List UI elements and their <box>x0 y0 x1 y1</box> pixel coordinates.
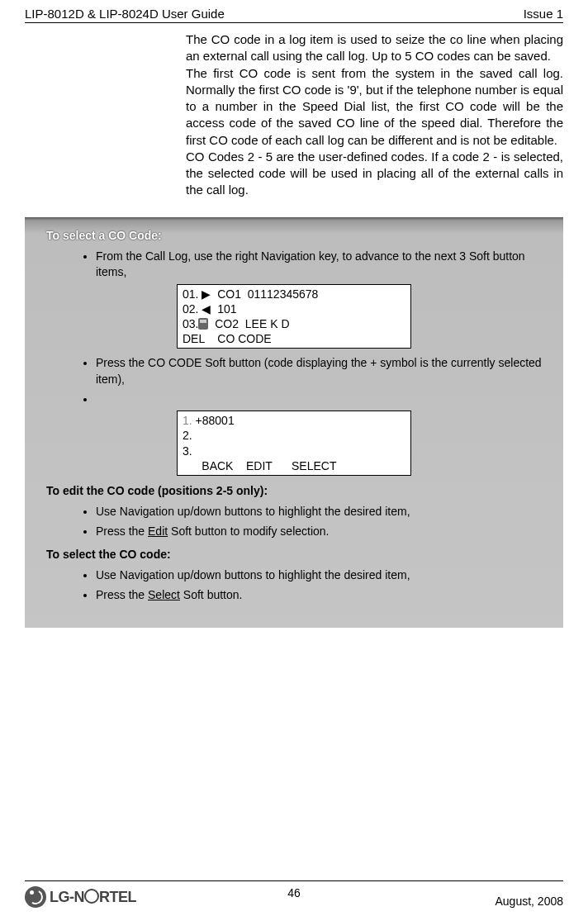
nortel-o-icon <box>84 889 99 904</box>
paragraph-1: The CO code in a log item is used to sei… <box>186 31 563 65</box>
section-head-edit-co-code: To edit the CO code (positions 2-5 only)… <box>46 484 542 497</box>
issue-number: Issue 1 <box>524 7 563 21</box>
lg-logo-icon <box>25 886 46 908</box>
screen1-line1: 01. ▶ CO1 01112345678 <box>183 287 405 301</box>
step-edit-press: Press the Edit Soft button to modify sel… <box>96 524 542 540</box>
cellphone-icon <box>198 318 208 330</box>
step-select-highlight: Use Navigation up/down buttons to highli… <box>96 567 542 584</box>
screen1-line4: DEL CO CODE <box>183 331 405 346</box>
body-paragraphs: The CO code in a log item is used to sei… <box>186 31 563 199</box>
edit-softbutton-label: Edit <box>148 524 168 538</box>
select-softbutton-label: Select <box>148 588 180 601</box>
screen2-line2: 2. <box>183 428 405 443</box>
step-edit-highlight: Use Navigation up/down buttons to highli… <box>96 504 542 520</box>
screen2-line1: 1. +88001 <box>183 413 405 428</box>
footer-date: August, 2008 <box>495 895 563 908</box>
screen2-line4: BACK EDIT SELECT <box>183 458 405 473</box>
paragraph-2: The first CO code is sent from the syste… <box>186 65 563 149</box>
screen2-line3: 3. <box>183 444 405 458</box>
page-footer: LG-NRTEL August, 2008 46 <box>25 880 563 908</box>
step-select-press: Press the Select Soft button. <box>96 587 542 604</box>
lcd-screen-2: 1. +88001 2. 3. BACK EDIT SELECT <box>177 411 411 476</box>
section-head-select-co-code: To select a CO Code: <box>46 229 542 242</box>
page-header: LIP-8012D & LIP-8024D User Guide Issue 1 <box>25 0 563 23</box>
lg-nortel-logo: LG-NRTEL <box>25 886 136 908</box>
doc-title: LIP-8012D & LIP-8024D User Guide <box>25 7 225 21</box>
step-empty <box>96 392 542 408</box>
page-number: 46 <box>287 886 301 899</box>
step-press-co-code: Press the CO CODE Soft button (code disp… <box>96 355 542 387</box>
section-head-select-the-co-code: To select the CO code: <box>46 548 542 561</box>
screen1-line3: 03. CO2 LEE K D <box>183 316 405 331</box>
lcd-screen-1: 01. ▶ CO1 01112345678 02. ◀ 101 03. CO2 … <box>177 284 411 349</box>
logo-text: LG-NRTEL <box>50 889 136 906</box>
screen1-line2: 02. ◀ 101 <box>183 301 405 316</box>
step-advance-softbuttons: From the Call Log, use the right Navigat… <box>96 249 542 281</box>
paragraph-3: CO Codes 2 - 5 are the user-defined code… <box>186 149 563 199</box>
instruction-box: To select a CO Code: From the Call Log, … <box>25 217 563 629</box>
